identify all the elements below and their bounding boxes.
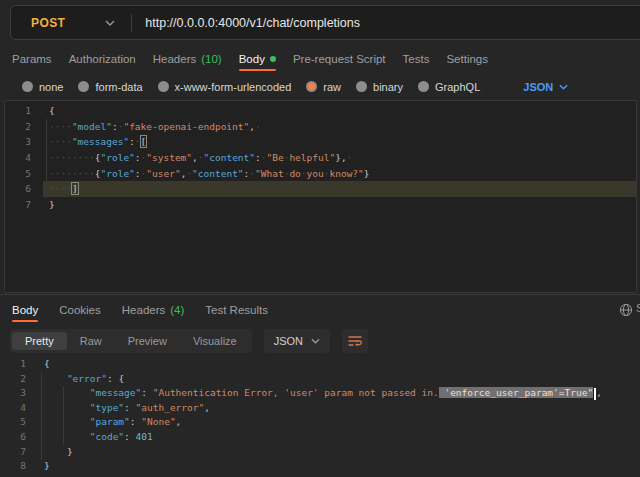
response-toolbar: PrettyRawPreviewVisualize JSON <box>10 329 368 353</box>
line-number: 1 <box>5 103 43 119</box>
view-mode-raw[interactable]: Raw <box>67 332 115 350</box>
tab-authorization[interactable]: Authorization <box>69 45 136 72</box>
line-content: ····"model":·"fake-openai-endpoint",· <box>43 119 636 135</box>
body-type-none[interactable]: none <box>22 81 63 93</box>
code-line: 5········{"role":·"user",·"content":·"Wh… <box>5 166 636 182</box>
token-str: do <box>289 168 300 179</box>
code-line: 7} <box>5 197 636 213</box>
tab-headers[interactable]: Headers(10) <box>153 45 222 72</box>
url-input[interactable]: http://0.0.0.0:4000/v1/chat/completions <box>145 16 360 30</box>
word-wrap-icon <box>348 335 362 347</box>
view-mode-visualize[interactable]: Visualize <box>180 332 250 350</box>
request-tabs: ParamsAuthorizationHeaders(10)BodyPre-re… <box>0 45 640 72</box>
token-punc: { <box>118 373 124 384</box>
view-mode-preview[interactable]: Preview <box>115 332 180 350</box>
body-type-form-data[interactable]: form-data <box>78 81 142 93</box>
token-ws: ········ <box>49 152 95 163</box>
line-number: 4 <box>5 150 43 166</box>
line-number: 5 <box>5 166 43 182</box>
tab-body[interactable]: Body <box>239 45 276 72</box>
radio-label: none <box>39 81 63 93</box>
body-type-x-www-form-urlencoded[interactable]: x-www-form-urlencoded <box>158 81 292 93</box>
tab-count: (10) <box>201 53 221 65</box>
postman-window: { "request": { "method": "POST", "url": … <box>0 0 640 477</box>
body-type-graphql[interactable]: GraphQL <box>418 81 480 93</box>
token-key: "role" <box>101 168 135 179</box>
line-number: 2 <box>5 119 43 135</box>
line-number: 1 <box>0 357 38 372</box>
line-content: ········{"role":·"system",·"content":·"B… <box>43 150 636 166</box>
token-punc: } <box>49 199 55 210</box>
line-content: ····"messages":·[ <box>43 134 636 150</box>
token-key: "code" <box>90 431 124 442</box>
chevron-down-icon <box>559 84 568 90</box>
response-format-select[interactable]: JSON <box>264 329 330 353</box>
response-body-editor[interactable]: 1{2 "error": {3 "message": "Authenticati… <box>0 355 640 477</box>
tab-cookies[interactable]: Cookies <box>59 296 101 323</box>
code-line: 1{ <box>0 357 640 372</box>
tab-label: Settings <box>446 53 488 65</box>
code-line: 4 "type": "auth_error", <box>0 401 640 416</box>
tab-test-results[interactable]: Test Results <box>205 296 268 323</box>
radio-icon <box>158 81 169 92</box>
response-format-label: JSON <box>274 335 303 347</box>
tab-settings[interactable]: Settings <box>446 45 488 72</box>
token-str: "What <box>255 168 284 179</box>
radio-icon <box>306 81 317 92</box>
code-line: 8} <box>0 459 640 474</box>
body-type-raw[interactable]: raw <box>306 81 341 93</box>
line-content: "type": "auth_error", <box>38 401 640 416</box>
token-str: "Authentication Error, 'user' param not … <box>153 387 439 398</box>
line-number: 4 <box>0 401 38 416</box>
request-body-editor[interactable]: 1{2····"model":·"fake-openai-endpoint",·… <box>4 100 637 293</box>
radio-label: GraphQL <box>435 81 480 93</box>
token-punc: { <box>44 358 50 369</box>
token-str: "None" <box>141 416 175 427</box>
line-content: "message": "Authentication Error, 'user'… <box>38 386 640 401</box>
line-content: "code": 401 <box>38 430 640 445</box>
code-line: 2····"model":·"fake-openai-endpoint",· <box>5 119 636 135</box>
token-ws: · <box>135 136 141 147</box>
tab-label: Pre-request Script <box>293 53 386 65</box>
token-punc: } <box>44 460 50 471</box>
tab-label: Tests <box>403 53 430 65</box>
status-partial: S <box>636 302 640 318</box>
token-ws: ···· <box>49 183 72 194</box>
chevron-down-icon[interactable] <box>105 20 115 26</box>
line-content: { <box>38 357 640 372</box>
view-mode-pretty[interactable]: Pretty <box>12 332 67 350</box>
token-str: "auth_error" <box>136 402 205 413</box>
token-key: "content" <box>192 168 243 179</box>
tab-label: Cookies <box>59 304 101 316</box>
tab-label: Body <box>12 304 38 316</box>
tab-headers[interactable]: Headers(4) <box>122 296 185 323</box>
code-line: 6····] <box>5 181 636 197</box>
line-content: ········{"role":·"user",·"content":·"Wha… <box>43 166 636 182</box>
token-brkt: [ <box>141 136 147 147</box>
tab-tests[interactable]: Tests <box>403 45 430 72</box>
token-punc: }, <box>335 152 346 163</box>
line-number: 5 <box>0 415 38 430</box>
token-brkt: ] <box>72 183 78 194</box>
token-punc: { <box>49 105 55 116</box>
radio-label: raw <box>323 81 341 93</box>
tab-pre-request-script[interactable]: Pre-request Script <box>293 45 386 72</box>
tab-body[interactable]: Body <box>12 296 38 323</box>
globe-icon[interactable] <box>619 303 633 317</box>
token-sp <box>44 387 90 398</box>
code-line: 1{ <box>5 103 636 119</box>
token-str: you <box>307 168 324 179</box>
language-select[interactable]: JSON <box>523 81 568 93</box>
chevron-down-icon <box>311 338 320 344</box>
token-sp <box>44 416 90 427</box>
token-ws: · <box>255 121 261 132</box>
word-wrap-button[interactable] <box>342 329 368 353</box>
method-selector[interactable]: POST <box>31 16 65 30</box>
line-number: 6 <box>0 430 38 445</box>
tab-params[interactable]: Params <box>12 45 52 72</box>
view-mode-control: PrettyRawPreviewVisualize <box>10 329 252 353</box>
tab-label: Authorization <box>69 53 136 65</box>
body-type-binary[interactable]: binary <box>356 81 403 93</box>
line-content: } <box>38 445 640 460</box>
body-type-row: noneform-datax-www-form-urlencodedrawbin… <box>0 74 640 99</box>
